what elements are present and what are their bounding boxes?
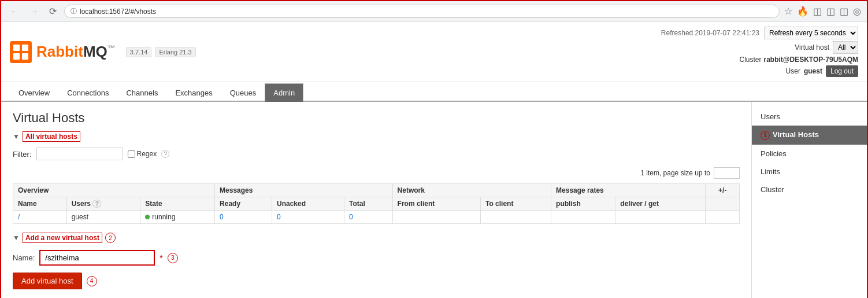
version-badges: 3.7.14 Erlang 21.3 [126, 47, 196, 57]
messages-group-header: Messages [215, 184, 392, 197]
svg-rect-3 [13, 53, 20, 60]
logout-button[interactable]: Log out [826, 65, 858, 77]
rabbitmq-logo [10, 41, 32, 63]
vhost-deliver-cell [615, 211, 706, 224]
refresh-select[interactable]: Refresh every 5 seconds [764, 27, 858, 39]
vhosts-table: Overview Messages Network Message rates … [13, 183, 740, 224]
vhost-total-cell: 0 [344, 211, 393, 224]
vhost-name-cell[interactable]: / [13, 211, 67, 224]
refresh-row: Refreshed 2019-07-07 22:41:23 Refresh ev… [661, 27, 858, 39]
svg-rect-0 [10, 41, 32, 63]
vhost-unacked-cell: 0 [272, 211, 344, 224]
vhost-label: Virtual host [795, 43, 829, 51]
browser-bar: ← → ⟳ ⓘ localhost:15672/#/vhosts ☆ 🔥 ◫ ◫… [1, 1, 867, 22]
content-area: Virtual Hosts ▼ All virtual hosts Filter… [1, 102, 867, 298]
users-help[interactable]: ? [92, 200, 101, 208]
sidebar-item-label: Cluster [761, 185, 784, 194]
name-circle: 3 [168, 253, 178, 263]
main-nav: OverviewConnectionsChannelsExchangesQueu… [1, 82, 867, 102]
sidebar: Users1Virtual HostsPoliciesLimitsCluster [751, 102, 867, 298]
header-right: Refreshed 2019-07-07 22:41:23 Refresh ev… [661, 27, 858, 77]
vhost-row: Virtual host All [661, 41, 858, 54]
add-section-title[interactable]: Add a new virtual host [23, 233, 102, 243]
table-col-header-row: Name Users ? State Ready Unacked Total F… [13, 197, 740, 211]
vhost-from-cell [392, 211, 480, 224]
vhost-extra-cell [706, 211, 740, 224]
sidebar-item-policies[interactable]: Policies [752, 145, 867, 163]
sidebar-item-label: Limits [761, 167, 780, 176]
add-section-header[interactable]: ▼ Add a new virtual host 2 [13, 233, 740, 243]
sidebar-item-label: Policies [761, 149, 787, 158]
required-mark: * [159, 253, 162, 263]
main-content: Virtual Hosts ▼ All virtual hosts Filter… [1, 102, 751, 298]
reload-button[interactable]: ⟳ [46, 5, 60, 18]
vhost-select[interactable]: All [833, 41, 858, 54]
filter-help[interactable]: ? [161, 150, 169, 158]
network-group-header: Network [392, 184, 551, 197]
section-title[interactable]: All virtual hosts [23, 131, 80, 142]
nav-item-channels[interactable]: Channels [117, 83, 166, 102]
svg-rect-1 [13, 45, 20, 51]
lock-icon: ⓘ [71, 7, 77, 16]
sidebar-item-users[interactable]: Users [752, 108, 867, 126]
plus-minus-header[interactable]: +/- [706, 184, 740, 197]
ext-icon1[interactable]: ◫ [813, 6, 822, 17]
add-vhost-button[interactable]: Add virtual host [13, 273, 82, 289]
user-value: guest [804, 67, 822, 75]
button-circle: 4 [87, 276, 97, 286]
col-ready: Ready [215, 197, 272, 211]
col-publish: publish [551, 197, 615, 211]
version-badge: 3.7.14 [126, 47, 152, 57]
back-button[interactable]: ← [7, 5, 22, 18]
name-label: Name: [13, 253, 35, 262]
sidebar-item-label: Users [761, 112, 780, 121]
cluster-row: Cluster rabbit@DESKTOP-79U5AQM [661, 56, 858, 64]
sidebar-item-cluster[interactable]: Cluster [752, 181, 867, 198]
sidebar-badge: 1 [761, 131, 770, 140]
sidebar-item-virtual-hosts[interactable]: 1Virtual Hosts [752, 126, 867, 145]
regex-checkbox[interactable] [128, 150, 135, 158]
vhost-ready-cell: 0 [215, 211, 272, 224]
profile-icon[interactable]: ◎ [853, 6, 861, 17]
add-section-arrow[interactable]: ▼ [13, 234, 20, 242]
address-bar[interactable]: ⓘ localhost:15672/#/vhosts [64, 5, 780, 18]
ext-icon3[interactable]: ◫ [840, 6, 848, 17]
add-vhost-section: ▼ Add a new virtual host 2 Name: /szithe… [13, 233, 740, 289]
svg-rect-2 [22, 45, 28, 51]
add-btn-row: Add virtual host 4 [13, 273, 740, 289]
logo-area: RabbitMQ™ 3.7.14 Erlang 21.3 [10, 41, 196, 63]
user-row: User guest Log out [661, 65, 858, 77]
col-from-client: From client [392, 197, 480, 211]
filter-input[interactable] [36, 148, 123, 160]
section-collapse-arrow[interactable]: ▼ [13, 133, 20, 141]
vhost-publish-cell [551, 211, 615, 224]
col-unacked: Unacked [272, 197, 344, 211]
logo-text: RabbitMQ™ [36, 43, 116, 61]
filter-row: Filter: Regex ? [13, 148, 740, 160]
page-title: Virtual Hosts [13, 111, 740, 126]
nav-item-admin[interactable]: Admin [265, 83, 303, 102]
forward-button[interactable]: → [27, 5, 42, 18]
vhost-users-cell: guest [66, 211, 140, 224]
cluster-value: rabbit@DESKTOP-79U5AQM [763, 56, 858, 64]
table-group-header-row: Overview Messages Network Message rates … [13, 184, 740, 197]
overview-group-header: Overview [13, 184, 215, 197]
ext-icon2[interactable]: ◫ [826, 6, 835, 17]
nav-item-queues[interactable]: Queues [221, 83, 265, 102]
page-size-input[interactable]: 100 [714, 167, 740, 179]
nav-item-overview[interactable]: Overview [10, 83, 58, 102]
nav-item-exchanges[interactable]: Exchanges [166, 83, 221, 102]
browser-actions: ☆ 🔥 ◫ ◫ ◫ ◎ [784, 6, 861, 17]
col-extra [706, 197, 740, 211]
vhost-name-input[interactable]: /szitheima [39, 250, 155, 266]
nav-item-connections[interactable]: Connections [58, 83, 117, 102]
user-label: User [786, 67, 800, 75]
col-users: Users ? [66, 197, 140, 211]
all-vhosts-section-header: ▼ All virtual hosts [13, 131, 740, 142]
bookmark-icon[interactable]: ☆ [784, 6, 792, 17]
fire-icon: 🔥 [797, 6, 808, 17]
sidebar-item-limits[interactable]: Limits [752, 163, 867, 181]
sidebar-item-label: Virtual Hosts [773, 130, 819, 139]
page-size-text: 1 item, page size up to [640, 169, 710, 177]
svg-rect-4 [22, 53, 28, 60]
